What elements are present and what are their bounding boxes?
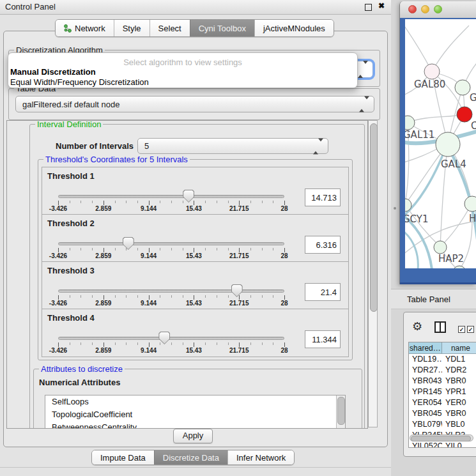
minimize-traffic-light[interactable] — [421, 5, 429, 13]
table-cell: YBR043C — [409, 376, 442, 387]
table-cell: YBR0 — [442, 408, 476, 419]
network-node-gal4[interactable] — [436, 132, 460, 157]
control-panel-titlebar: Control Panel ✖ — [0, 0, 391, 15]
network-node-gal11[interactable] — [405, 116, 415, 130]
attributes-group-title: Attributes to discretize — [39, 364, 125, 374]
window-bottom-bevel — [0, 467, 391, 468]
column-header-shared-name[interactable]: shared… — [409, 342, 442, 354]
popup-hint: Select algorithm to view settings — [8, 58, 357, 67]
node-table[interactable]: shared… name YDL19…YDL1YDR27…YDR2YBR043C… — [408, 342, 476, 448]
network-node-label: GCY1 — [405, 213, 429, 225]
number-of-intervals-label: Number of Intervals — [56, 141, 134, 151]
slider-track[interactable] — [58, 289, 284, 293]
close-traffic-light[interactable] — [408, 5, 417, 13]
tab-label: Network — [75, 24, 105, 33]
network-view-window: GAL80GACGAL11GAL4GCY1HHAP2 — [399, 1, 476, 284]
list-scrollbar[interactable] — [336, 395, 345, 429]
list-scrollbar-thumb[interactable] — [337, 397, 345, 425]
network-edge[interactable] — [432, 26, 469, 72]
table-cell: YBL079W — [409, 419, 442, 430]
slider-track[interactable] — [58, 337, 284, 340]
close-icon[interactable]: ✖ — [378, 1, 385, 10]
network-canvas[interactable]: GAL80GACGAL11GAL4GCY1HHAP2 — [405, 19, 476, 268]
table-row[interactable]: YBL079WYBL0 — [409, 419, 476, 430]
network-edge[interactable] — [405, 22, 432, 72]
settings-scrollbar[interactable] — [368, 120, 378, 427]
network-node-label: GAL80 — [414, 79, 445, 90]
network-node-hap2[interactable] — [434, 241, 447, 254]
network-icon — [64, 24, 72, 33]
control-panel: Control Panel ✖ NetworkStyleSelectCyni T… — [0, 0, 391, 476]
numerical-attributes-list[interactable]: SelfLoopsTopologicalCoefficientBetweenne… — [45, 395, 346, 429]
splitpane-grip[interactable] — [394, 207, 396, 210]
gear-icon[interactable]: ⚙ — [412, 319, 422, 334]
network-window-titlebar — [400, 1, 476, 19]
tab-jactivemnodules[interactable]: jActiveMNodules — [254, 20, 334, 36]
tab-cyni-toolbox[interactable]: Cyni Toolbox — [190, 20, 254, 36]
thresholds-group: Threshold's Coordinates for 5 Intervals … — [38, 159, 353, 360]
top-tab-bar: NetworkStyleSelectCyni ToolboxjActiveMNo… — [55, 19, 334, 37]
network-node-ga[interactable] — [455, 80, 470, 95]
threshold-label: Threshold 3 — [47, 266, 95, 275]
table-cell: YPR145W — [409, 387, 442, 397]
threshold-value-field[interactable]: 14.713 — [305, 188, 341, 206]
table-hscrollbar-thumb[interactable] — [411, 436, 471, 441]
settings-scrollbar-thumb[interactable] — [370, 123, 378, 312]
network-node-c[interactable] — [457, 107, 472, 122]
table-row[interactable]: YIL052CYIL0 — [409, 441, 476, 448]
table-row[interactable]: YBR045CYBR0 — [409, 408, 476, 419]
slider-track[interactable] — [58, 242, 284, 245]
table-columns-icon[interactable] — [434, 321, 446, 333]
checkbox-icon-2[interactable]: ✓ — [467, 326, 474, 333]
table-cell: YDL19… — [409, 354, 442, 365]
threshold-value-field[interactable]: 11.344 — [305, 330, 341, 348]
network-node-label: HAP2 — [438, 253, 464, 265]
popup-item-1[interactable]: Equal Width/Frequency Discretization — [10, 77, 149, 87]
tab-select[interactable]: Select — [150, 20, 190, 36]
table-panel-title: Table Panel — [407, 295, 450, 304]
float-window-icon[interactable] — [365, 4, 372, 11]
tab-network[interactable]: Network — [56, 20, 114, 36]
table-row[interactable]: YPR145WYPR1 — [409, 387, 476, 397]
threshold-value-field[interactable]: 21.4 — [305, 283, 341, 301]
network-node-gal80[interactable] — [424, 64, 440, 79]
table-data-combo[interactable]: galFiltered.sif default node — [15, 96, 374, 112]
tab-label: jActiveMNodules — [263, 24, 325, 33]
slider-track[interactable] — [58, 195, 284, 198]
table-cell: YBR045C — [409, 408, 442, 419]
threshold-row-4: Threshold 4-3.4262.8599.14415.4321.71528… — [42, 309, 348, 357]
network-node-h[interactable] — [464, 196, 476, 211]
network-node-label: GA — [470, 92, 476, 104]
table-row[interactable]: YDL19…YDL1 — [409, 354, 476, 365]
network-node-label: GAL4 — [441, 158, 466, 170]
tab-infer-network[interactable]: Infer Network — [227, 450, 294, 464]
network-edge-highlighted[interactable] — [405, 230, 418, 268]
table-cell: YER0 — [442, 397, 476, 408]
tab-discretize-data[interactable]: Discretize Data — [154, 450, 227, 464]
list-item[interactable]: BetweennessCentrality — [45, 421, 345, 429]
tab-style[interactable]: Style — [114, 20, 150, 36]
zoom-traffic-light[interactable] — [434, 5, 442, 13]
threshold-value-field[interactable]: 6.316 — [305, 236, 341, 254]
table-hscrollbar[interactable] — [410, 434, 473, 441]
table-cell: YBR0 — [442, 376, 476, 387]
threshold-rows: Threshold 1-3.4262.8599.14415.4321.71528… — [42, 167, 349, 357]
table-row[interactable]: YER054CYER0 — [409, 397, 476, 408]
table-row[interactable]: YBR043CYBR0 — [409, 376, 476, 387]
popup-item-0[interactable]: Manual Discretization — [10, 67, 96, 77]
thresholds-group-title: Threshold's Coordinates for 5 Intervals — [43, 155, 190, 164]
tab-label: Cyni Toolbox — [199, 24, 246, 33]
column-header-name[interactable]: name — [442, 342, 476, 354]
tab-label: Infer Network — [236, 453, 286, 463]
network-edge[interactable] — [408, 114, 464, 123]
list-item[interactable]: TopologicalCoefficient — [45, 408, 345, 421]
threshold-row-1: Threshold 1-3.4262.8599.14415.4321.71528… — [42, 167, 348, 215]
number-of-intervals-combo[interactable]: 5 — [137, 138, 328, 154]
apply-button[interactable]: Apply — [173, 429, 213, 443]
table-cell: YPR1 — [442, 387, 476, 397]
checkbox-icon-1[interactable]: ✓ — [458, 326, 465, 333]
network-node-label: H — [469, 213, 476, 224]
list-item[interactable]: SelfLoops — [45, 395, 345, 408]
table-row[interactable]: YDR27…YDR2 — [409, 365, 476, 376]
tab-impute-data[interactable]: Impute Data — [92, 450, 154, 464]
